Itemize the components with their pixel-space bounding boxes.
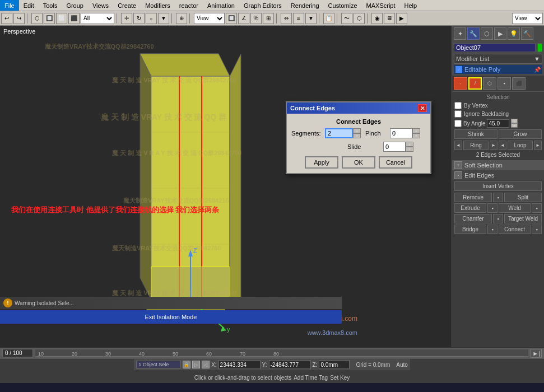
border-sub-icon[interactable]: ⬡ xyxy=(483,77,496,90)
menu-modifiers[interactable]: Modifiers xyxy=(141,0,175,11)
motion-icon[interactable]: ▶ xyxy=(494,27,506,40)
x-input[interactable] xyxy=(218,360,261,369)
sel-btn3[interactable]: ◁ xyxy=(202,361,210,368)
remove-settings-btn[interactable]: ▪ xyxy=(493,193,503,202)
modifier-editable-poly[interactable]: ✓ Editable Poly 📌 xyxy=(454,65,542,74)
hierarchy-icon[interactable]: ⬡ xyxy=(481,27,493,40)
slide-up[interactable]: ▲ xyxy=(406,142,413,147)
angle-snap-btn[interactable]: ∠ xyxy=(238,13,249,24)
move-btn[interactable]: ✛ xyxy=(121,13,132,24)
menu-create[interactable]: Create xyxy=(113,0,141,11)
angle-input[interactable] xyxy=(487,119,509,128)
slide-down[interactable]: ▼ xyxy=(406,147,413,152)
timeline-ruler[interactable]: 10 20 30 40 50 60 70 80 xyxy=(35,349,528,357)
menu-group[interactable]: Group xyxy=(62,0,88,11)
connect-settings-btn[interactable]: ▪ xyxy=(532,225,542,234)
rotate-btn[interactable]: ↻ xyxy=(133,13,145,24)
chamfer-btn[interactable]: Chamfer xyxy=(454,214,492,223)
chamfer-settings-btn[interactable]: ▪ xyxy=(493,214,503,223)
pivot-btn[interactable]: ⊕ xyxy=(176,13,187,24)
polygon-sub-icon[interactable]: ▪ xyxy=(497,77,511,90)
bridge-btn[interactable]: Bridge xyxy=(454,225,486,234)
timeline-end-btn[interactable]: ►| xyxy=(531,349,542,358)
modify-icon[interactable]: 🔧 xyxy=(467,27,480,40)
segments-up[interactable]: ▲ xyxy=(353,128,361,133)
element-sub-icon[interactable]: ⬛ xyxy=(512,77,526,90)
edit-edges-expand[interactable]: - xyxy=(454,171,462,179)
dialog-close-btn[interactable]: ✕ xyxy=(418,104,427,112)
menu-graph-editors[interactable]: Graph Editors xyxy=(239,0,286,11)
align-options-btn[interactable]: ▼ xyxy=(305,13,317,24)
shrink-btn[interactable]: Shrink xyxy=(454,129,497,139)
utilities-icon[interactable]: 🔨 xyxy=(521,27,533,40)
pinch-input[interactable] xyxy=(390,128,412,138)
layer-btn[interactable]: 📋 xyxy=(323,13,334,24)
redo-btn[interactable]: ↪ xyxy=(13,13,25,24)
angle-down[interactable]: ▼ xyxy=(511,123,518,128)
grow-btn[interactable]: Grow xyxy=(499,129,542,139)
insert-vertex-btn[interactable]: Insert Vertex xyxy=(454,181,542,191)
slide-input[interactable] xyxy=(383,142,406,152)
align-btn[interactable]: ≡ xyxy=(293,13,304,24)
soft-sel-expand[interactable]: + xyxy=(454,161,462,169)
remove-btn[interactable]: Remove xyxy=(454,193,492,202)
ring-btn[interactable]: Ring xyxy=(463,141,489,150)
angle-up[interactable]: ▲ xyxy=(511,119,518,123)
select-object-btn[interactable]: ⬡ xyxy=(31,13,43,24)
create-icon[interactable]: ✦ xyxy=(454,27,466,40)
cancel-btn[interactable]: Cancel xyxy=(379,156,412,169)
material-editor-btn[interactable]: ◉ xyxy=(371,13,383,24)
loop-btn[interactable]: Loop xyxy=(508,141,533,150)
scale-type-btn[interactable]: ▼ xyxy=(158,13,169,24)
object-name-input[interactable] xyxy=(454,43,536,52)
pinch-down[interactable]: ▼ xyxy=(412,133,420,138)
apply-btn[interactable]: Apply xyxy=(305,156,338,169)
ring-next-btn[interactable]: ► xyxy=(490,141,497,150)
select-region-btn[interactable]: ⬜ xyxy=(56,13,67,24)
pinch-up[interactable]: ▲ xyxy=(412,128,420,133)
viewport-select[interactable]: View xyxy=(512,13,543,24)
menu-tools[interactable]: Tools xyxy=(39,0,62,11)
ring-prev-btn[interactable]: ◄ xyxy=(454,141,462,150)
exit-isolation-btn[interactable]: Exit Isolation Mode xyxy=(0,310,342,324)
add-time-tag[interactable]: Add Time Tag xyxy=(294,375,328,381)
bridge-settings-btn[interactable]: ▪ xyxy=(487,225,497,234)
by-angle-check[interactable] xyxy=(454,120,462,127)
modifier-list-arrow[interactable]: ▼ xyxy=(534,55,540,62)
display-icon[interactable]: 💡 xyxy=(508,27,520,40)
loop-next-btn[interactable]: ► xyxy=(534,141,542,150)
curve-editor-btn[interactable]: 〜 xyxy=(341,13,352,24)
lock-btn[interactable]: 🔒 xyxy=(183,361,190,368)
mirror-btn[interactable]: ⇔ xyxy=(281,13,292,24)
spinner-snap-btn[interactable]: ⊞ xyxy=(263,13,274,24)
undo-btn[interactable]: ↩ xyxy=(1,13,12,24)
sel-btn2[interactable]: ▷ xyxy=(192,361,200,368)
y-input[interactable] xyxy=(269,360,311,369)
ignore-backfacing-check[interactable] xyxy=(454,110,462,118)
z-input[interactable] xyxy=(319,360,350,369)
menu-views[interactable]: Views xyxy=(88,0,113,11)
connect-btn[interactable]: Connect xyxy=(499,225,531,234)
scale-btn[interactable]: ⬦ xyxy=(146,13,157,24)
menu-maxscript[interactable]: MAXScript xyxy=(362,0,400,11)
segments-down[interactable]: ▼ xyxy=(353,133,361,138)
snap-btn[interactable]: 🔲 xyxy=(226,13,237,24)
menu-file[interactable]: File xyxy=(0,0,19,11)
extrude-btn[interactable]: Extrude xyxy=(454,203,486,213)
ok-btn[interactable]: OK xyxy=(342,156,375,169)
loop-prev-btn[interactable]: ◄ xyxy=(499,141,506,150)
edge-sub-icon[interactable]: / xyxy=(468,77,482,90)
menu-reactor[interactable]: reactor xyxy=(175,0,203,11)
menu-rendering[interactable]: Rendering xyxy=(286,0,324,11)
weld-settings-btn[interactable]: ▪ xyxy=(532,203,542,213)
select-name-btn[interactable]: 🔲 xyxy=(44,13,55,24)
object-color-box[interactable] xyxy=(537,43,542,52)
split-btn[interactable]: Split xyxy=(504,193,542,202)
menu-animation[interactable]: Animation xyxy=(203,0,239,11)
weld-btn[interactable]: Weld xyxy=(499,203,531,213)
render-setup-btn[interactable]: 🖥 xyxy=(384,13,395,24)
menu-customize[interactable]: Customize xyxy=(324,0,362,11)
select-filter[interactable]: All xyxy=(81,13,114,24)
schematic-btn[interactable]: ⬡ xyxy=(354,13,365,24)
reference-coord[interactable]: View xyxy=(194,13,225,24)
